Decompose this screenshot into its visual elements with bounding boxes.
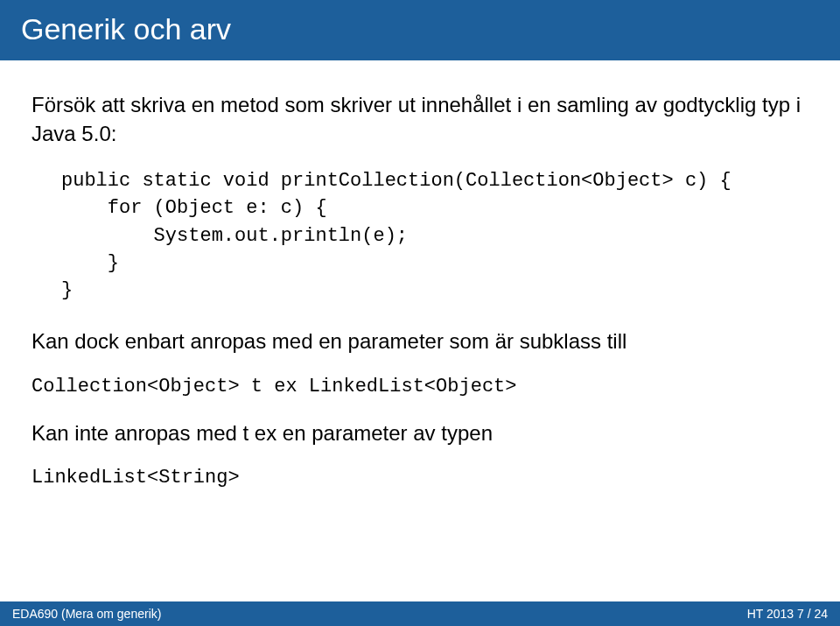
footer-right: HT 2013 7 / 24 bbox=[747, 607, 828, 621]
code-inline-1: Collection<Object> t ex LinkedList<Objec… bbox=[32, 374, 808, 401]
code-inline-2: LinkedList<String> bbox=[32, 465, 808, 492]
slide-content: Försök att skriva en metod som skriver u… bbox=[0, 60, 840, 492]
footer-left: EDA690 (Mera om generik) bbox=[12, 607, 161, 621]
paragraph-1: Kan dock enbart anropas med en parameter… bbox=[32, 327, 808, 356]
paragraph-2: Kan inte anropas med t ex en parameter a… bbox=[32, 419, 808, 448]
slide-title: Generik och arv bbox=[21, 12, 231, 46]
intro-paragraph: Försök att skriva en metod som skriver u… bbox=[32, 90, 808, 148]
slide-footer: EDA690 (Mera om generik) HT 2013 7 / 24 bbox=[0, 601, 840, 626]
code-block: public static void printCollection(Colle… bbox=[61, 167, 808, 304]
slide-title-bar: Generik och arv bbox=[0, 0, 840, 60]
